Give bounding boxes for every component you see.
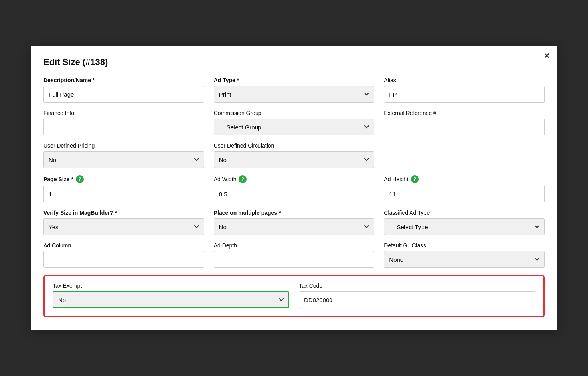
classified-type-select[interactable]: — Select Type — Type A Type B — [384, 218, 545, 235]
verify-select[interactable]: Yes No — [43, 218, 204, 235]
default-gl-label: Default GL Class — [384, 242, 545, 249]
edit-size-modal: × Edit Size (#138) Description/Name * Ad… — [31, 46, 557, 330]
user-pricing-label: User Defined Pricing — [43, 142, 204, 149]
tax-code-label: Tax Code — [299, 283, 535, 289]
finance-label: Finance Info — [43, 110, 204, 116]
ad-height-input[interactable] — [384, 186, 545, 202]
ad-width-help-icon[interactable]: ? — [239, 175, 247, 183]
ad-width-group: Ad Width ? — [214, 175, 375, 202]
close-button[interactable]: × — [544, 51, 549, 60]
ad-height-help-icon[interactable]: ? — [411, 175, 419, 183]
ad-depth-label: Ad Depth — [214, 242, 375, 249]
finance-group: Finance Info — [43, 110, 204, 135]
tax-section: Tax Exempt No Yes Tax Code — [43, 275, 545, 317]
modal-title: Edit Size (#138) — [43, 57, 545, 67]
user-circulation-select[interactable]: No Yes — [214, 151, 375, 168]
alias-input[interactable] — [384, 86, 545, 103]
tax-code-input[interactable] — [299, 291, 535, 308]
commission-select[interactable]: — Select Group — Group A Group B — [214, 119, 375, 135]
page-size-group: Page Size * ? — [43, 175, 204, 202]
tax-exempt-select[interactable]: No Yes — [53, 291, 289, 308]
default-gl-select[interactable]: None Class A Class B — [384, 251, 545, 268]
commission-label: Commission Group — [214, 110, 375, 116]
user-circulation-group: User Defined Circulation No Yes — [214, 142, 375, 168]
alias-group: Alias — [384, 77, 545, 103]
ad-depth-group: Ad Depth — [214, 242, 375, 268]
commission-group: Commission Group — Select Group — Group … — [214, 110, 375, 135]
ad-height-group: Ad Height ? — [384, 175, 545, 202]
default-gl-group: Default GL Class None Class A Class B — [384, 242, 545, 268]
placeholder-1 — [384, 142, 545, 168]
multiple-pages-select[interactable]: No Yes — [214, 218, 375, 235]
ad-depth-input[interactable] — [214, 251, 375, 268]
adtype-select[interactable]: Print Digital Other — [214, 86, 375, 103]
adtype-label: Ad Type * — [214, 77, 375, 83]
alias-label: Alias — [384, 77, 545, 83]
multiple-pages-label: Place on multiple pages * — [214, 210, 375, 216]
multiple-pages-group: Place on multiple pages * No Yes — [214, 210, 375, 235]
form-grid: Description/Name * Ad Type * Print Digit… — [43, 77, 545, 317]
tax-exempt-label: Tax Exempt — [53, 283, 289, 289]
page-size-help-icon[interactable]: ? — [76, 175, 84, 183]
external-ref-label: External Reference # — [384, 110, 545, 116]
ad-width-input[interactable] — [214, 186, 375, 202]
page-size-label: Page Size * ? — [43, 175, 204, 183]
user-pricing-select[interactable]: No Yes — [43, 151, 204, 168]
user-pricing-group: User Defined Pricing No Yes — [43, 142, 204, 168]
description-group: Description/Name * — [43, 77, 204, 103]
page-size-input[interactable] — [43, 186, 204, 202]
description-label: Description/Name * — [43, 77, 204, 83]
tax-code-group: Tax Code — [299, 283, 535, 308]
ad-column-label: Ad Column — [43, 242, 204, 249]
verify-group: Verify Size in MagBuilder? * Yes No — [43, 210, 204, 235]
ad-height-label: Ad Height ? — [384, 175, 545, 183]
tax-exempt-group: Tax Exempt No Yes — [53, 283, 289, 308]
classified-type-group: Classified Ad Type — Select Type — Type … — [384, 210, 545, 235]
classified-type-label: Classified Ad Type — [384, 210, 545, 216]
external-ref-group: External Reference # — [384, 110, 545, 135]
adtype-group: Ad Type * Print Digital Other — [214, 77, 375, 103]
ad-width-label: Ad Width ? — [214, 175, 375, 183]
ad-column-group: Ad Column — [43, 242, 204, 268]
description-input[interactable] — [43, 86, 204, 103]
ad-column-input[interactable] — [43, 251, 204, 268]
finance-input[interactable] — [43, 119, 204, 135]
verify-label: Verify Size in MagBuilder? * — [43, 210, 204, 216]
user-circulation-label: User Defined Circulation — [214, 142, 375, 149]
external-ref-input[interactable] — [384, 119, 545, 135]
